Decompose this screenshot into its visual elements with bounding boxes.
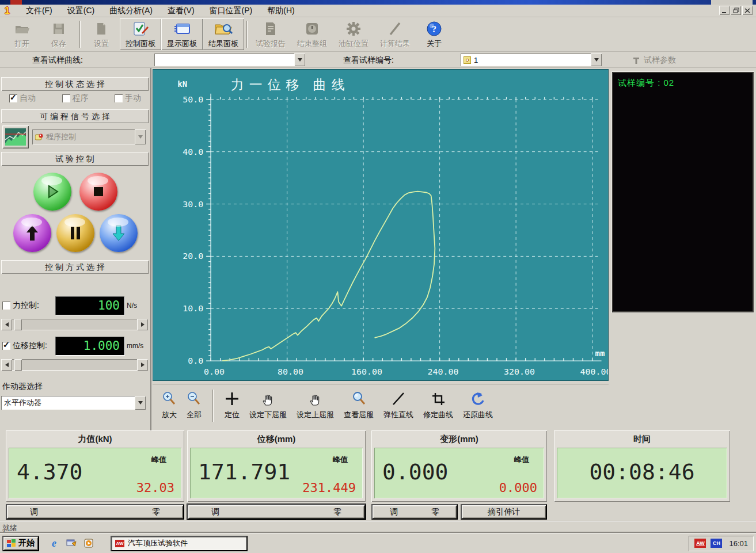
x-tick-label: 160.00 (351, 367, 382, 377)
menu-view[interactable]: 查看(V) (168, 6, 195, 16)
x-tick-label: 320.00 (504, 367, 535, 377)
actuator-value: 水平作动器 (1, 398, 135, 408)
start-button[interactable]: 开始 (2, 536, 39, 551)
deformation-readout-panel: 变形(mm) 0.000 峰值 0.000 (371, 430, 547, 502)
deformation-value: 0.000 (382, 459, 448, 485)
stop-test-button[interactable] (79, 173, 117, 211)
signal-graph-button[interactable] (2, 125, 29, 148)
slider-right-button[interactable] (137, 319, 148, 330)
time-readout-panel: 时间 00:08:46 (554, 430, 730, 502)
manual-checkbox[interactable] (115, 94, 123, 102)
signal-source-value: 程序控制 (32, 132, 135, 142)
restore-button[interactable] (731, 6, 741, 15)
slider-track[interactable] (12, 359, 137, 371)
view-yield-tool[interactable]: 查看屈服 (344, 390, 374, 420)
cylinder-position-button[interactable]: 油缸位置 (333, 18, 374, 50)
set-upper-yield-tool[interactable]: 设定上屈服 (297, 390, 334, 420)
displacement-control-checkbox[interactable] (2, 342, 10, 350)
slider-left-button[interactable] (1, 319, 12, 330)
extensometer-button[interactable]: 摘引伸计 (461, 504, 547, 520)
x-tick-label: 80.00 (278, 367, 303, 377)
zoom-all-tool[interactable]: 全部 (187, 390, 202, 420)
signal-select-row: 程序控制 (0, 125, 150, 150)
move-up-button[interactable] (13, 214, 51, 252)
display-panel-button[interactable]: 显示面板 (161, 18, 203, 50)
menu-curve-analysis[interactable]: 曲线分析(A) (109, 6, 153, 16)
auto-checkbox[interactable] (9, 94, 17, 102)
sample-curve-combobox[interactable] (154, 54, 305, 66)
slider-thumb[interactable] (14, 359, 22, 371)
quick-launch: e (48, 537, 94, 549)
force-control-checkbox[interactable] (2, 302, 10, 310)
sample-id-combobox[interactable]: 1 (461, 54, 602, 66)
menu-help[interactable]: 帮助(H) (267, 6, 294, 16)
tray-aw-icon[interactable]: AW (694, 539, 706, 548)
open-folder-icon (14, 20, 30, 37)
force-peak-label: 峰值 (151, 455, 166, 465)
status-text: 就绪 (2, 524, 17, 532)
slider-thumb[interactable] (14, 319, 22, 330)
actuator-combobox[interactable]: 水平作动器 (1, 396, 146, 410)
test-report-button[interactable]: 试验报告 (250, 18, 291, 50)
force-rate-slider (1, 319, 148, 330)
app-aw-icon: AW (115, 540, 124, 547)
modify-curve-tool[interactable]: 修定曲线 (423, 390, 453, 420)
settings-button[interactable]: 设置 (83, 18, 120, 50)
sample-info-panel: 试样编号 : 02 (612, 72, 754, 312)
set-lower-yield-tool[interactable]: 设定下屈服 (249, 390, 287, 420)
time-value: 00:08:46 (557, 459, 727, 485)
test-control-row-2 (0, 214, 150, 252)
sample-params-label: 试样参数 (632, 55, 676, 66)
save-button[interactable]: 保存 (40, 18, 77, 50)
manual-option[interactable]: 手动 (115, 93, 141, 104)
restore-curve-tool[interactable]: 还原曲线 (463, 390, 493, 420)
minimize-button[interactable] (719, 6, 730, 15)
window-titlebar (0, 0, 756, 5)
deformation-peak-label: 峰值 (514, 455, 529, 465)
end-group-button[interactable]: 结束整组 (291, 18, 333, 50)
hand-icon (308, 390, 323, 408)
menu-file[interactable]: 文件(F) (26, 6, 52, 16)
status-bar: 就绪 (0, 521, 756, 533)
pause-button[interactable] (56, 214, 94, 252)
open-button[interactable]: 打开 (3, 18, 40, 50)
slider-left-button[interactable] (1, 359, 12, 371)
elastic-line-tool[interactable]: 弹性直线 (383, 390, 413, 420)
move-down-button[interactable] (100, 214, 138, 252)
auto-option[interactable]: 自动 (9, 93, 36, 104)
combo-dropdown-button[interactable] (135, 129, 146, 144)
signal-source-combobox[interactable]: 程序控制 (32, 129, 146, 144)
tray-ime-icon[interactable]: CH (711, 539, 722, 548)
show-desktop-icon[interactable] (66, 537, 77, 549)
combo-dropdown-button[interactable] (591, 54, 602, 66)
program-checkbox[interactable] (62, 94, 70, 102)
control-panel-button[interactable]: 控制面板 (120, 18, 161, 50)
locate-tool[interactable]: 定位 (225, 390, 240, 420)
actuator-select-label: 作动器选择 (2, 382, 43, 392)
control-sidebar: 控 制 状 态 选 择 自动 程序 手动 可 编 程 信 号 选 择 程序控制 … (0, 68, 151, 430)
result-panel-icon (214, 20, 233, 37)
slider-right-button[interactable] (137, 359, 148, 371)
start-test-button[interactable] (33, 173, 71, 211)
zoom-in-tool[interactable]: 放大 (162, 390, 177, 420)
about-button[interactable]: ? 关于 (416, 18, 453, 50)
slider-track[interactable] (12, 319, 137, 330)
result-panel-button[interactable]: 结果面板 (203, 18, 244, 50)
displacement-zero-button[interactable]: 调零 (187, 504, 366, 520)
chevron-down-icon (594, 58, 599, 62)
media-player-icon[interactable] (83, 537, 94, 549)
sample-number-text: 试样编号 : 02 (612, 72, 754, 89)
program-option[interactable]: 程序 (62, 93, 89, 104)
combo-dropdown-button[interactable] (294, 54, 305, 66)
menu-window-position[interactable]: 窗口位置(P) (210, 6, 253, 16)
close-button[interactable] (742, 6, 753, 15)
calc-result-button[interactable]: 计算结果 (374, 18, 416, 50)
arrow-left-icon (5, 322, 9, 327)
taskbar-app-button[interactable]: AW 汽车顶压试验软件 (111, 536, 248, 551)
combo-dropdown-button[interactable] (135, 396, 146, 410)
menu-settings[interactable]: 设置(C) (67, 6, 94, 16)
internet-explorer-icon[interactable]: e (48, 537, 60, 549)
deformation-zero-button[interactable]: 调零 (371, 504, 458, 520)
force-zero-button[interactable]: 调零 (6, 504, 184, 520)
hand-icon (261, 390, 276, 408)
